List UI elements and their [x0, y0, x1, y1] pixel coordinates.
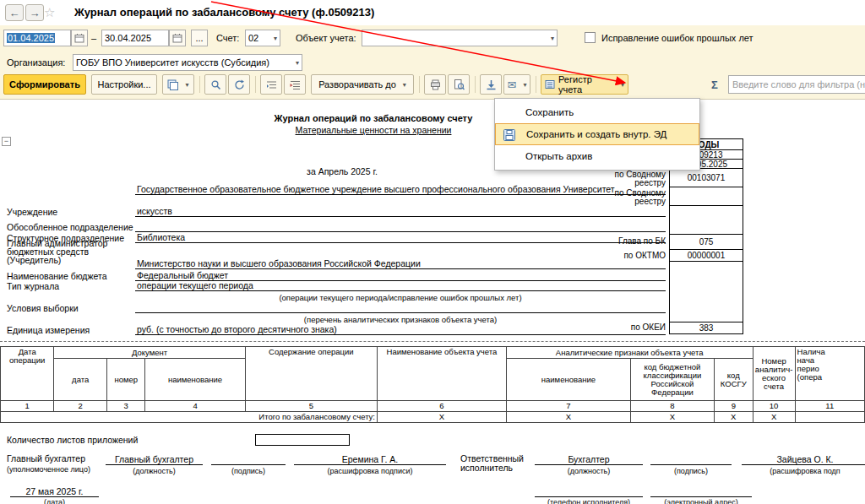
- col-balance: Налича нача перио (опера: [795, 347, 864, 401]
- toolbar-separator: [199, 76, 200, 93]
- date-to-value: 30.04.2025: [105, 33, 151, 43]
- download-icon: [486, 79, 497, 90]
- separate-division-value: [135, 221, 666, 232]
- col-op-date: Дата операции: [1, 347, 54, 401]
- name-note: (расшифровка подписи): [294, 467, 446, 475]
- account-label: Счет:: [216, 33, 239, 43]
- organization-value: ГОБУ ВПО Университет искусств (Субсидия): [76, 57, 269, 68]
- date-from-calendar-button[interactable]: [71, 30, 88, 46]
- send-email-button[interactable]: ✉ ▾: [503, 74, 530, 95]
- refresh-icon: [234, 79, 245, 90]
- operations-table: Дата операции Документ Содержание операц…: [0, 346, 865, 423]
- favorite-star-icon[interactable]: ☆: [44, 5, 55, 20]
- expand-to-label: Разворачивать до: [318, 79, 396, 89]
- ellipsis-icon: ...: [195, 33, 203, 43]
- account-select[interactable]: 02 ▾: [245, 30, 280, 46]
- col-content: Содержание операции: [245, 347, 377, 401]
- menu-save-label: Сохранить: [525, 107, 574, 117]
- object-label: Объект учета:: [296, 33, 356, 43]
- col-an-name: наименование: [506, 359, 630, 401]
- phone-line: [535, 486, 643, 497]
- chief-admin-value: Министерство науки и высшего образования…: [135, 258, 666, 269]
- search-button[interactable]: [204, 74, 226, 95]
- budget-name-label: Наименование бюджета: [7, 272, 107, 281]
- filter-input[interactable]: [728, 75, 865, 94]
- save-document-icon: [503, 129, 515, 141]
- total-label: Итого по забалансовому счету:: [1, 412, 378, 423]
- register-label: Регистр учета: [558, 74, 614, 95]
- institution-label: Учреждение: [7, 208, 57, 217]
- object-select[interactable]: ▾: [362, 30, 558, 46]
- back-icon: ←: [9, 7, 20, 19]
- col-doc-number: номер: [106, 359, 145, 401]
- chevron-down-icon: ▾: [621, 81, 624, 89]
- menu-item-open-archive[interactable]: Открыть архив: [495, 145, 699, 167]
- expand-to-button[interactable]: Разворачивать до ▾: [311, 74, 414, 95]
- collapse-group-icon[interactable]: −: [2, 137, 11, 146]
- date-from-field[interactable]: 01.04.2025: [3, 30, 71, 46]
- save-file-button[interactable]: [480, 74, 502, 95]
- report-variants-button[interactable]: ▾: [162, 74, 194, 95]
- selection-value: [135, 302, 666, 313]
- expand-groups-button[interactable]: [284, 74, 306, 95]
- search-icon: [210, 79, 221, 90]
- codes-blank-cell: [670, 206, 743, 235]
- signature-note: (подпись): [650, 467, 732, 475]
- calendar-icon: [74, 33, 84, 43]
- selection-note: (перечень аналитических признаков объект…: [135, 315, 666, 324]
- registry1-value: 00103071: [670, 169, 743, 187]
- forward-icon: →: [30, 7, 41, 19]
- register-button[interactable]: Регистр учета ▾: [541, 74, 628, 95]
- command-ribbon: 01.04.2025 – 30.04.2025 ... Счет: 02 ▾ О…: [0, 25, 865, 100]
- report-period: за Апрель 2025 г.: [232, 166, 452, 176]
- print-preview-button[interactable]: [448, 74, 470, 95]
- generate-label: Сформировать: [9, 79, 80, 89]
- back-button[interactable]: ←: [5, 4, 24, 21]
- institution-value-line2: искусств: [135, 206, 666, 217]
- sum-button[interactable]: Σ: [706, 74, 723, 95]
- chevron-down-icon: ▾: [523, 81, 526, 89]
- institution-value-line1: Государственное образовательное бюджетно…: [135, 184, 666, 195]
- col-account: Номер аналитич-еского счета: [753, 347, 795, 401]
- separate-division-label: Обособленное подразделение: [7, 223, 133, 232]
- col-object: Наименование объекта учета: [377, 347, 506, 401]
- menu-open-archive-label: Открыть архив: [525, 151, 592, 161]
- chevron-down-icon: ▾: [551, 35, 554, 42]
- fix-errors-checkbox[interactable]: [585, 32, 596, 43]
- position-note: (должность): [106, 467, 203, 475]
- structural-division-value: Библиотека: [135, 232, 666, 243]
- date-to-calendar-button[interactable]: [169, 30, 186, 46]
- col-analytics: Аналитические признаки объекта учета: [506, 347, 753, 359]
- settings-button[interactable]: Настройки...: [91, 74, 157, 95]
- register-dropdown-menu: Сохранить Сохранить и создать внутр. ЭД …: [494, 98, 700, 171]
- menu-save-and-create-label: Сохранить и создать внутр. ЭД: [526, 129, 666, 139]
- register-icon: [545, 79, 555, 89]
- responsible-name-value: Зайцева О. К.: [742, 454, 865, 465]
- chief-admin-label: Главный администратор бюджетных средств …: [7, 239, 125, 264]
- date-range-dash: –: [91, 33, 96, 43]
- column-numbers-row: 123 456 789 1011: [1, 401, 865, 412]
- chevron-down-icon: ▾: [403, 81, 406, 89]
- col-document: Документ: [54, 347, 245, 359]
- okei-value: 383: [670, 322, 743, 333]
- sigma-icon: Σ: [711, 79, 718, 91]
- date-to-field[interactable]: 30.04.2025: [101, 30, 169, 46]
- sign-date-value: 27 мая 2025 г.: [10, 486, 99, 497]
- journal-type-label: Тип журнала: [7, 282, 59, 291]
- generate-button[interactable]: Сформировать: [3, 74, 86, 95]
- app-window: ← → ☆ Журнал операций по забалансовому с…: [0, 0, 865, 504]
- col-an-code: код бюджетной классификации Российской Ф…: [630, 359, 714, 401]
- calendar-icon: [172, 33, 182, 43]
- refresh-button[interactable]: [228, 74, 250, 95]
- menu-item-save[interactable]: Сохранить: [495, 101, 699, 123]
- forward-button[interactable]: →: [25, 4, 44, 21]
- print-button[interactable]: [424, 74, 446, 95]
- menu-item-save-and-create[interactable]: Сохранить и создать внутр. ЭД: [495, 123, 699, 145]
- col-doc-date: дата: [54, 359, 107, 401]
- period-more-button[interactable]: ...: [191, 30, 208, 46]
- organization-select[interactable]: ГОБУ ВПО Университет искусств (Субсидия)…: [73, 54, 302, 71]
- date-from-value: 01.04.2025: [7, 33, 55, 43]
- toolbar-separator: [536, 76, 536, 93]
- journal-type-value: операции текущего периода: [135, 280, 666, 291]
- collapse-groups-button[interactable]: [260, 74, 282, 95]
